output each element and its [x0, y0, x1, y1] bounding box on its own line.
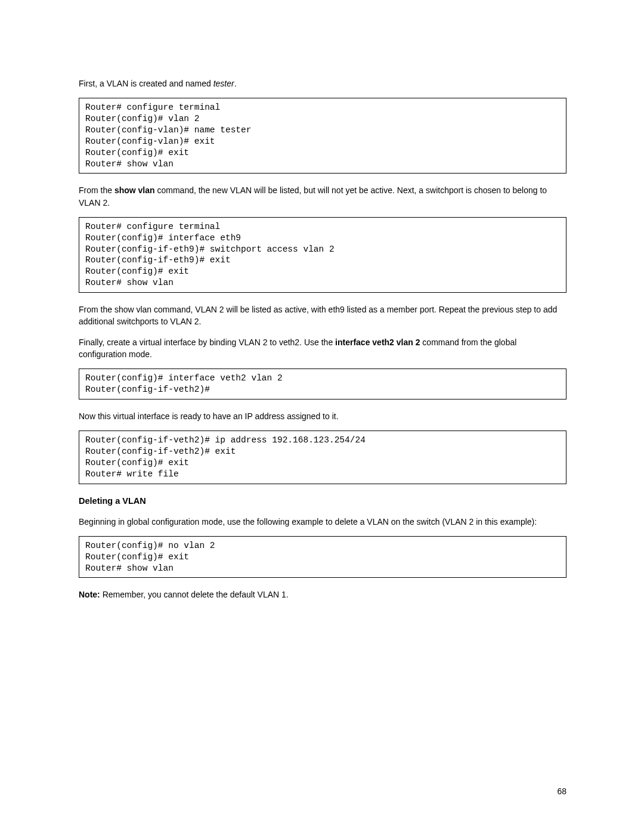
- heading-deleting-vlan: Deleting a VLAN: [79, 495, 566, 507]
- code-block-interface-eth9: Router# configure terminal Router(config…: [79, 217, 566, 293]
- code-block-ip-address: Router(config-if-veth2)# ip address 192.…: [79, 431, 566, 484]
- text-segment: From the: [79, 185, 114, 195]
- text-segment: Finally, create a virtual interface by b…: [79, 337, 335, 347]
- code-block-interface-veth2: Router(config)# interface veth2 vlan 2 R…: [79, 368, 566, 400]
- paragraph-intro: First, a VLAN is created and named teste…: [79, 78, 566, 89]
- paragraph-show-vlan: From the show vlan command, the new VLAN…: [79, 184, 566, 209]
- bold-text: show vlan: [114, 185, 155, 195]
- text-segment: Remember, you cannot delete the default …: [100, 590, 289, 599]
- page-number: 68: [557, 785, 566, 797]
- text-segment: First, a VLAN is created and named: [79, 79, 213, 88]
- paragraph-note: Note: Remember, you cannot delete the de…: [79, 589, 566, 600]
- italic-text: tester: [213, 79, 234, 88]
- paragraph-ip-ready: Now this virtual interface is ready to h…: [79, 410, 566, 422]
- paragraph-delete-intro: Beginning in global configuration mode, …: [79, 516, 566, 528]
- bold-note-label: Note:: [79, 590, 100, 599]
- paragraph-vlan-active: From the show vlan command, VLAN 2 will …: [79, 304, 566, 328]
- paragraph-bind-veth2: Finally, create a virtual interface by b…: [79, 336, 566, 361]
- code-block-delete-vlan: Router(config)# no vlan 2 Router(config)…: [79, 536, 566, 578]
- code-block-create-vlan: Router# configure terminal Router(config…: [79, 98, 566, 174]
- text-segment: .: [234, 79, 237, 88]
- bold-text: interface veth2 vlan 2: [335, 337, 420, 347]
